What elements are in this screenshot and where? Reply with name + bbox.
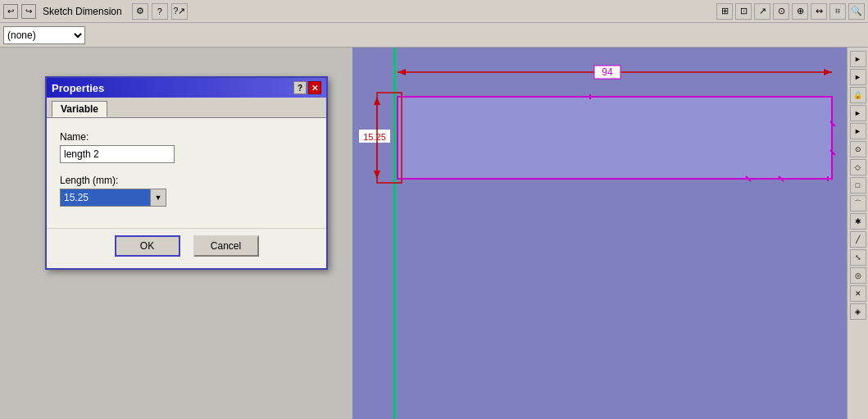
dim-horizontal-text: 94 <box>602 66 613 78</box>
rtb-btn-5[interactable]: ► <box>850 123 866 139</box>
rtb-btn-8[interactable]: □ <box>850 177 866 194</box>
rtb-btn-13[interactable]: ◎ <box>850 267 866 284</box>
right-toolbar: ► ► 🔒 ► ► ⊙ ◇ □ ⌒ ✱ ╱ ⤡ ◎ ✕ ◈ <box>847 48 868 419</box>
toolbar-right-icon-2[interactable]: ⊡ <box>735 3 752 20</box>
rtb-btn-10[interactable]: ✱ <box>850 213 866 230</box>
dropdown-bar: (none) <box>0 23 868 48</box>
rtb-btn-12[interactable]: ⤡ <box>850 249 866 266</box>
rtb-btn-6[interactable]: ⊙ <box>850 141 866 157</box>
tab-variable[interactable]: Variable <box>52 101 107 117</box>
dialog-close-button[interactable]: ✕ <box>308 81 321 94</box>
toolbar-right-icon-1[interactable]: ⊞ <box>716 3 733 20</box>
rtb-btn-15[interactable]: ◈ <box>850 303 866 320</box>
rtb-btn-2[interactable]: ► <box>850 69 866 85</box>
length-field-group: Length (mm): ▼ <box>60 175 313 207</box>
tab-strip: Variable <box>47 98 326 118</box>
dialog-title: Properties <box>52 82 104 94</box>
dim-arrow-left <box>398 69 406 75</box>
dialog-buttons: OK Cancel <box>47 228 326 268</box>
toolbar-icons: ⚙ ? ?↗ <box>132 3 188 20</box>
length-label: Length (mm): <box>60 175 313 186</box>
dim-arrow-right <box>824 69 832 75</box>
cad-canvas-panel: 94 15.25 <box>352 48 847 419</box>
rtb-btn-3[interactable]: 🔒 <box>850 87 866 103</box>
rtb-btn-1[interactable]: ► <box>850 51 866 67</box>
toolbar-right: ⊞ ⊡ ↗ ⊙ ⊕ ↭ ⌗ 🔍 <box>716 3 865 20</box>
toolbar-right-icon-7[interactable]: ⌗ <box>829 3 846 20</box>
redo-button[interactable]: ↪ <box>21 4 36 19</box>
title-bar: ↩ ↪ Sketch Dimension ⚙ ? ?↗ ⊞ ⊡ ↗ ⊙ ⊕ ↭ … <box>0 0 868 23</box>
cad-svg: 94 15.25 <box>352 48 847 419</box>
dialog-body: Name: Length (mm): ▼ <box>47 118 326 228</box>
rtb-btn-11[interactable]: ╱ <box>850 231 866 248</box>
help-icon[interactable]: ? <box>152 3 168 20</box>
toolbar-right-icon-5[interactable]: ⊕ <box>792 3 808 20</box>
length-dropdown-arrow[interactable]: ▼ <box>150 189 166 207</box>
rtb-btn-4[interactable]: ► <box>850 105 866 121</box>
undo-button[interactable]: ↩ <box>3 4 18 19</box>
length-combo-row: ▼ <box>60 189 313 207</box>
app-title: Sketch Dimension <box>43 6 122 17</box>
rtb-btn-7[interactable]: ◇ <box>850 159 866 175</box>
toolbar-right-icon-4[interactable]: ⊙ <box>773 3 789 20</box>
properties-dialog: Properties ? ✕ Variable Name: Length (mm… <box>45 76 328 270</box>
help2-icon[interactable]: ?↗ <box>171 3 188 20</box>
dialog-help-button[interactable]: ? <box>293 81 307 94</box>
name-label: Name: <box>60 131 313 143</box>
ok-button[interactable]: OK <box>115 235 180 257</box>
toolbar-icon-1[interactable]: ⚙ <box>132 3 148 20</box>
toolbar-right-icon-8[interactable]: 🔍 <box>848 3 865 20</box>
main-area: Properties ? ✕ Variable Name: Length (mm… <box>0 48 868 419</box>
rtb-btn-9[interactable]: ⌒ <box>850 195 866 212</box>
cad-rectangle <box>398 97 832 179</box>
left-panel: Properties ? ✕ Variable Name: Length (mm… <box>0 48 352 419</box>
rtb-btn-14[interactable]: ✕ <box>850 285 866 302</box>
toolbar-right-icon-6[interactable]: ↭ <box>811 3 827 20</box>
name-input[interactable] <box>60 145 175 163</box>
dialog-title-buttons: ? ✕ <box>293 81 321 94</box>
context-dropdown[interactable]: (none) <box>3 26 85 44</box>
name-field-group: Name: <box>60 131 313 163</box>
length-input[interactable] <box>60 189 150 207</box>
dim-vertical-text: 15.25 <box>363 132 386 142</box>
toolbar-right-icon-3[interactable]: ↗ <box>754 3 770 20</box>
dialog-titlebar: Properties ? ✕ <box>47 78 326 98</box>
cancel-button[interactable]: Cancel <box>193 235 259 257</box>
